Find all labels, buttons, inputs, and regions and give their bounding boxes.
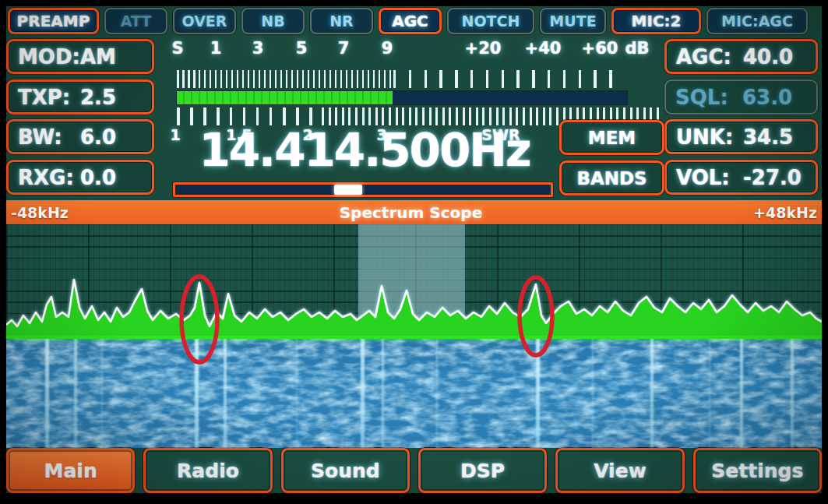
waterfall-streak [740,336,743,448]
param-value: 0.0 [80,166,116,189]
smeter-label-20: +20 [465,39,502,58]
spectrum-trace [6,224,822,336]
smeter-label-9: 9 [382,39,393,58]
scope-left-freq-label: -48kHz [11,204,69,221]
param-label: BW: [18,125,80,149]
smeter-label-db: dB [625,39,649,58]
waterfall-streak [536,336,540,448]
left-param-bw[interactable]: BW:6.0 [6,119,154,154]
waterfall-streak [709,336,710,448]
scope-right-freq-label: +48kHz [753,204,817,221]
tab-radio[interactable]: Radio [143,448,272,493]
param-label: RXG: [18,166,80,189]
param-value: 63.0 [742,86,792,109]
tab-settings[interactable]: Settings [693,448,822,493]
waterfall-streak [361,336,365,448]
param-label: UNK: [676,125,743,149]
toggle-mute[interactable]: MUTE [540,8,606,34]
scope-header: -48kHz Spectrum Scope +48kHz [6,200,822,224]
tab-main[interactable]: Main [6,448,135,493]
left-param-rxg[interactable]: RXG:0.0 [6,160,154,195]
waterfall[interactable] [6,336,822,448]
param-value: 2.5 [80,86,116,109]
param-value: -27.0 [743,166,802,189]
toggle-over[interactable]: OVER [173,8,236,34]
smeter-label-3: 3 [252,39,264,58]
toggle-preamp[interactable]: PREAMP [8,8,99,34]
tab-bar: MainRadioSoundDSPViewSettings [6,448,822,493]
toggle-mic-2[interactable]: MIC:2 [611,8,701,34]
tab-dsp[interactable]: DSP [418,448,547,493]
param-value: 40.0 [743,45,793,69]
signal-bar-level [177,91,393,104]
waterfall-streak [382,336,384,448]
waterfall-streak [791,336,794,448]
waterfall-streak [74,336,77,448]
smeter-label-1: 1 [210,39,222,58]
waterfall-streak [101,336,103,448]
radio-touchscreen: { "top_toggles": [ {"label": "PREAMP", "… [0,0,828,504]
toggle-mic-agc[interactable]: MIC:AGC [706,8,808,34]
signal-bar [177,91,627,104]
right-param-unk[interactable]: UNK:34.5 [664,119,818,154]
screen: PREAMPATTOVERNBNRAGCNOTCHMUTEMIC:2MIC:AG… [6,6,822,493]
smeter-label-s: S [171,39,183,58]
smeter-label-7: 7 [338,39,350,58]
waterfall-streak [45,336,49,448]
right-param-sql[interactable]: SQL:63.0 [664,79,818,115]
right-param-agc[interactable]: AGC:40.0 [664,39,818,74]
waterfall-streak [224,336,227,448]
smeter-label-40: +40 [525,39,562,58]
left-param-mod[interactable]: MOD:AM [6,39,154,74]
param-label: MOD: [18,45,80,69]
right-param-vol[interactable]: VOL:-27.0 [664,160,818,195]
waterfall-noise [6,336,822,448]
left-param-txp[interactable]: TXP:2.5 [6,79,154,115]
spectrum-scope[interactable] [6,224,822,336]
smeter-ticks [177,70,625,88]
tuning-slider-handle[interactable] [334,185,362,195]
mem-button[interactable]: MEM [559,120,664,155]
param-value: 34.5 [743,125,793,149]
waterfall-streak [592,336,594,448]
bands-button[interactable]: BANDS [559,160,664,196]
toggle-att[interactable]: ATT [104,8,167,34]
smeter-scale-labels: S13579+20+40+60dB [173,39,666,59]
scope-title: Spectrum Scope [340,203,483,222]
top-toggle-row: PREAMPATTOVERNBNRAGCNOTCHMUTEMIC:2MIC:AG… [6,6,822,37]
toggle-nr[interactable]: NR [310,8,373,34]
param-value: 6.0 [80,125,116,149]
toggle-agc[interactable]: AGC [379,8,442,34]
waterfall-streak [195,336,199,448]
tuning-slider[interactable] [173,182,553,197]
waterfall-streak [650,336,654,448]
smeter-label-60: +60 [582,39,618,58]
param-label: TXP: [18,86,80,109]
waterfall-streak [436,336,438,448]
smeter-label-5: 5 [296,39,308,58]
frequency-display[interactable]: 14.414.500Hz [173,122,556,179]
param-label: AGC: [676,45,743,69]
tab-view[interactable]: View [555,448,684,493]
param-value: AM [80,45,116,69]
waterfall-streak [296,336,298,448]
tab-sound[interactable]: Sound [281,448,410,493]
toggle-nb[interactable]: NB [241,8,305,34]
toggle-notch[interactable]: NOTCH [447,8,534,34]
param-label: VOL: [676,166,743,189]
param-label: SQL: [675,86,742,109]
spectrum-baseline [6,336,822,339]
